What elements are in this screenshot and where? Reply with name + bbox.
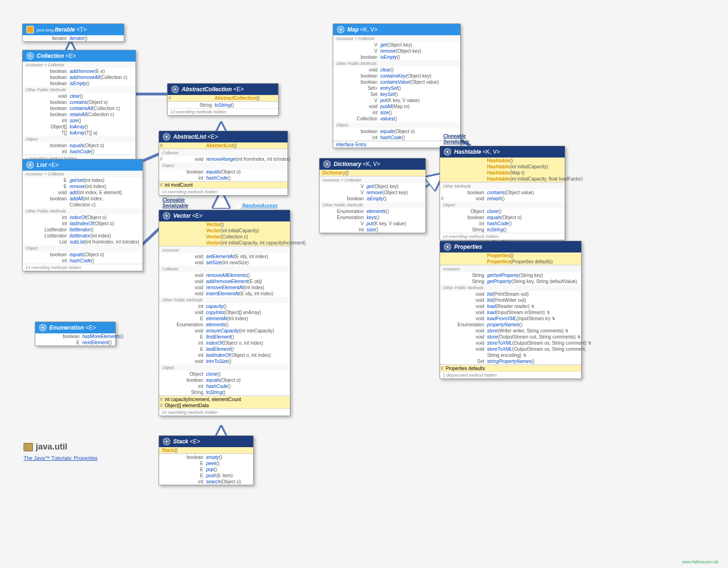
method-row: String encoding) ↯: [440, 352, 581, 358]
method-row: Enumerationelements (): [320, 208, 425, 214]
constructor: AbstractCollection(): [168, 95, 278, 101]
method-row: voidclear (): [333, 67, 460, 73]
class-abstractlist: AbstractList <E> AbstractList() Collecto…: [159, 131, 288, 196]
header-dictionary: Dictionary <K, V>: [320, 158, 425, 170]
class-stack: Stack <E> Stack() booleanempty ()Epeek (…: [159, 435, 254, 485]
method-row: voidlist (PrintStream out): [440, 291, 581, 297]
method-row: booleanisEmpty (): [23, 80, 136, 87]
method-row: booleancontains (Object o): [23, 99, 136, 105]
package-icon: [26, 26, 34, 33]
header-stack: Stack <E>: [159, 436, 253, 447]
method-row: intlastIndexOf (Object o): [23, 221, 143, 227]
method-row: intsize (): [333, 110, 460, 116]
method-row: voidcopyInto (Object[] anArray): [159, 309, 290, 316]
method-row: intsize (): [320, 227, 425, 233]
method-row: intindexOf (Object o): [23, 214, 143, 221]
class-iterable: java.lang.Iterable <T> Iteratoriterator …: [22, 24, 124, 42]
method-row: booleanisEmpty (): [333, 54, 460, 60]
method-row: booleanequals (Object o): [23, 252, 143, 258]
method-row: booleancontainsValue (Object value): [333, 79, 460, 85]
header-list: List <E>: [23, 159, 143, 171]
gear-icon: [337, 26, 344, 33]
method-row: booleanequals (Object o): [440, 214, 565, 221]
tag-randomaccess[interactable]: RandomAccess: [235, 203, 278, 209]
gear-icon: [323, 160, 331, 168]
method-row: voidadd/removeElement (E obj): [159, 278, 290, 284]
method-row: Hashtable (): [440, 158, 565, 164]
method-row: Collection c): [23, 202, 143, 208]
section-label: Object: [159, 364, 290, 371]
method-row: booleanadd/remove (E e): [23, 68, 136, 74]
gear-icon: [163, 212, 170, 220]
method-row: inthashCode (): [440, 221, 565, 227]
method-row: voidstoreToXML (OutputStream os, String …: [440, 340, 581, 346]
class-vector: Vector <E> Vector ()Vector (int initialC…: [159, 210, 290, 416]
method-row: voidremoveAllElements (): [159, 272, 290, 278]
method-row: booleancontainsKey (Object key): [333, 73, 460, 79]
method-row: intlastIndexOf (Object o, int index): [159, 352, 290, 358]
method-row: booleanadd/removeAll (Collection c): [23, 74, 136, 80]
header-collection: Collection <E>: [23, 50, 136, 62]
method-row: StringtoString (): [159, 389, 290, 395]
tag-cloneable[interactable]: Cloneable: [443, 134, 466, 139]
method-row: Enumerationelements (): [159, 322, 290, 328]
field: int capacityIncrement, elementCount: [159, 396, 290, 402]
method-row: voidloadFromXML (InputStream in) ↯: [440, 316, 581, 322]
constructor: Stack(): [159, 447, 253, 453]
gear-icon: [39, 324, 47, 331]
method-row: T[]toArray (T[] a): [23, 130, 136, 136]
method-row: StringtoString (): [440, 227, 565, 233]
method-row: Vget (Object key): [333, 42, 460, 48]
field: Properties defaults: [440, 365, 581, 371]
tutorials-link[interactable]: The Java™ Tutorials: Properties: [24, 455, 97, 461]
section-label: Object: [23, 245, 143, 252]
method-row: Epop (): [159, 466, 253, 473]
section-label: Other Public Methods: [159, 297, 290, 303]
section-label: Other Public Methods: [440, 284, 581, 291]
class-hashtable: Hashtable <K, V> Hashtable ()Hashtable (…: [440, 146, 565, 240]
method-row: Objectclone (): [440, 208, 565, 214]
note: 13 overriding methods hidden: [23, 264, 143, 271]
method-row: intcapacity (): [159, 303, 290, 309]
gear-icon: [26, 161, 34, 169]
section-label: Accessor + Collector: [23, 171, 143, 177]
method-row: voidsetElementAt (E obj, int index): [159, 253, 290, 260]
gear-icon: [163, 133, 170, 141]
method-row: voidstore (OutputStream out, String comm…: [440, 334, 581, 340]
tag-serializable[interactable]: Serializable: [162, 203, 188, 208]
note: 24 overriding methods hidden: [159, 409, 290, 416]
class-properties: Properties Properties ()Properties (Prop…: [440, 241, 582, 379]
field: int modCount: [159, 182, 288, 188]
tag-serializable[interactable]: Serializable: [443, 139, 469, 144]
section-label: Other Public Methods: [23, 208, 143, 214]
method-row: booleanempty (): [159, 454, 253, 460]
method-row: Epeek (): [159, 460, 253, 466]
method-row: StringtoString (): [168, 102, 278, 108]
note: 1 deprecated method hidden: [440, 371, 581, 379]
package-icon: [24, 443, 33, 451]
method-row: inthashCode (): [333, 134, 460, 141]
note: 14 overriding methods hidden: [440, 233, 565, 240]
method-row: Hashtable (Map t): [440, 170, 565, 176]
header-enumeration: Enumeration <E>: [35, 322, 115, 333]
section-label: Accessor + Collector: [23, 62, 136, 68]
tag-cloneable[interactable]: Cloneable: [162, 197, 185, 203]
method-row: Hashtable (int initialCapacity): [440, 164, 565, 170]
method-row: booleanaddAll (int index,: [23, 196, 143, 202]
section-label: Object: [333, 122, 460, 128]
method-row: Iteratoriterator (): [23, 35, 124, 41]
method-row: Epush (E item): [159, 473, 253, 479]
note: 13 overriding methods hidden: [168, 108, 278, 115]
method-row: voidlist (PrintWriter out): [440, 297, 581, 303]
method-row: Vremove (Object key): [333, 48, 460, 54]
method-row: booleancontainsAll (Collection c): [23, 105, 136, 111]
header-abstractcollection: AbstractCollection <E>: [168, 84, 278, 95]
method-row: Vput (K key, V value): [333, 97, 460, 103]
method-row: Properties (Properties defaults): [440, 259, 581, 265]
gear-icon: [26, 52, 34, 60]
class-collection: Collection <E> Accessor + Collector bool…: [22, 50, 136, 162]
method-row: voidremoveRange (int fromIndex, int toIn…: [159, 156, 288, 162]
method-row: booleanhasMoreElements (): [35, 333, 115, 339]
method-row: voidstoreToXML (OutputStream os, String …: [440, 346, 581, 352]
section-label: Other Public Methods: [320, 202, 425, 208]
